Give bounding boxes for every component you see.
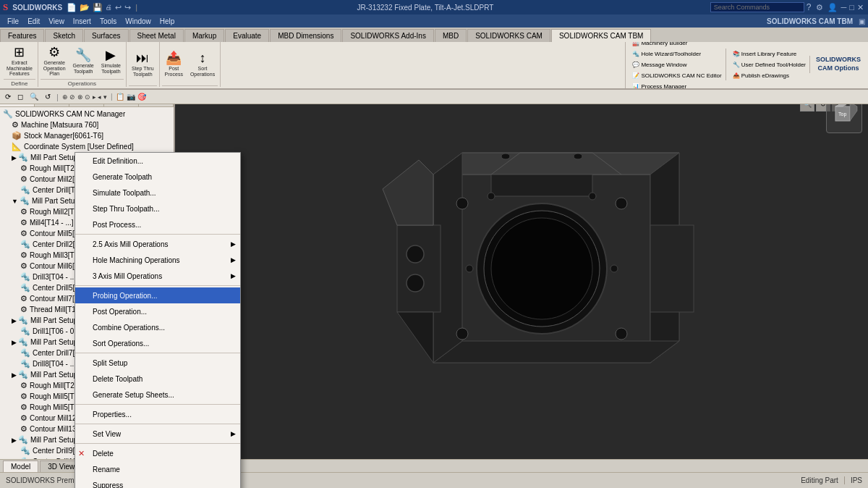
cm-hole-arrow: ▶ <box>231 256 236 264</box>
btn-message-window[interactable]: 💬 Message Window <box>629 59 725 70</box>
restore-btn[interactable]: □ <box>849 3 854 12</box>
sep1: | <box>135 3 137 12</box>
setup6-icon: 🔩 <box>18 435 28 445</box>
cm-set-view[interactable]: Set View ▶ <box>75 426 240 442</box>
tab-sw-cam[interactable]: SOLIDWORKS CAM <box>467 29 550 42</box>
tab-sw-addins[interactable]: SOLIDWORKS Add-Ins <box>342 29 433 42</box>
qt-btn-5[interactable]: 📋 <box>116 93 124 101</box>
redo-btn[interactable]: ↪ <box>124 3 131 12</box>
tab-evaluate[interactable]: Evaluate <box>225 29 269 42</box>
cm-generate-setup-sheets[interactable]: Generate Setup Sheets... <box>75 387 240 403</box>
menu-insert[interactable]: Insert <box>69 17 95 26</box>
menu-window[interactable]: Window <box>121 17 156 26</box>
menu-tools[interactable]: Tools <box>95 17 121 26</box>
menu-help[interactable]: Help <box>156 17 179 26</box>
tab-mbd[interactable]: MBD <box>435 29 467 42</box>
context-menu: Edit Definition... Generate Toolpath Sim… <box>75 152 241 488</box>
tab-sw-cam-tbm[interactable]: SOLIDWORKS CAM TBM <box>551 29 652 42</box>
tab-sheet-metal[interactable]: Sheet Metal <box>129 29 184 42</box>
tree-item-machine[interactable]: ⚙ Machine [Matsuura 760] <box>0 119 174 130</box>
tab-features[interactable]: Features <box>0 29 44 42</box>
tab-mbd-dimensions[interactable]: MBD Dimensions <box>270 29 341 42</box>
tree-item-coord[interactable]: 📐 Coordinate System [User Defined] <box>0 141 174 152</box>
section-post-btns: 📤 PostProcess ↕ SortOperations <box>162 42 218 85</box>
undo-btn[interactable]: ↩ <box>115 3 122 12</box>
qt-btn-7[interactable]: 🎯 <box>137 93 146 101</box>
setup5-expand: ▶ <box>12 371 17 379</box>
cm-post-process[interactable]: Post Process... <box>75 216 240 232</box>
contour12-icon: ⚙ <box>20 413 27 423</box>
cm-edit-definition[interactable]: Edit Definition... <box>75 153 240 169</box>
tree-item-cam-manager[interactable]: 🔧 SOLIDWORKS CAM NC Manager <box>0 109 174 119</box>
btn-generate-op[interactable]: ⚙ GenerateOperationPlan <box>41 45 69 77</box>
app-name: SOLIDWORKS <box>12 4 62 12</box>
btn-hole-wizard[interactable]: 🔩 Hole Wizard/Toolholder <box>629 49 725 59</box>
btn-process-manager[interactable]: 📊 Process Manager <box>629 81 725 90</box>
btn-tool-holder[interactable]: 🔧 User Defined Tool/Holder <box>729 59 809 70</box>
menu-edit[interactable]: Edit <box>23 17 44 26</box>
cm-combine-operations[interactable]: Combine Operations... <box>75 319 240 335</box>
ribbon-content: ⊞ ExtractMachinableFeatures Define ⚙ Gen… <box>0 41 868 90</box>
qt-btn-4[interactable]: ↺ <box>43 92 53 101</box>
section-extract: ⊞ ExtractMachinableFeatures Define <box>1 42 38 87</box>
btn-step-thru[interactable]: ⏭ Step ThruToolpath <box>129 48 157 80</box>
btn-publish-edrawings[interactable]: 📤 Publish eDrawings <box>729 70 809 80</box>
cm-simulate-toolpath[interactable]: Simulate Toolpath... <box>75 185 240 201</box>
menu-file[interactable]: File <box>3 17 23 26</box>
close-btn[interactable]: ✕ <box>857 3 864 12</box>
new-btn[interactable]: 📄 <box>67 3 77 12</box>
cm-sort-operations[interactable]: Sort Operations... <box>75 335 240 351</box>
menu-view[interactable]: View <box>44 17 69 26</box>
svg-point-9 <box>616 198 627 209</box>
cm-3-axis[interactable]: 3 Axis Mill Operations ▶ <box>75 268 240 284</box>
tab-markup[interactable]: Markup <box>184 29 224 42</box>
cm-rename[interactable]: Rename <box>75 461 240 477</box>
svg-rect-6 <box>650 225 694 312</box>
stock-label: Stock Manager[6061-T6] <box>24 132 103 140</box>
section-step: ⏭ Step ThruToolpath <box>127 42 160 87</box>
print-btn[interactable]: 🖨 <box>106 4 112 11</box>
cm-2-5-axis[interactable]: 2.5 Axis Mill Operations ▶ <box>75 236 240 252</box>
cm-suppress[interactable]: Suppress <box>75 477 240 488</box>
tab-surfaces[interactable]: Surfaces <box>84 29 128 42</box>
qt-btn-1[interactable]: ⟳ <box>3 92 13 101</box>
cm-sep3 <box>75 353 240 353</box>
qt-btn-2[interactable]: ◻ <box>15 92 25 101</box>
search-input[interactable] <box>710 2 804 12</box>
setup1-expand: ▶ <box>12 154 17 161</box>
cm-generate-toolpath[interactable]: Generate Toolpath <box>75 169 240 185</box>
cm-split-setup[interactable]: Split Setup <box>75 355 240 371</box>
cm-step-thru-toolpath[interactable]: Step Thru Toolpath... <box>75 201 240 216</box>
btn-post[interactable]: 📤 PostProcess <box>162 48 186 80</box>
viewport-3d[interactable]: 🔍 ↻ ✥ Top X Y Z <box>175 91 868 460</box>
qt-btn-3[interactable]: 🔍 <box>27 92 41 101</box>
cm-delete[interactable]: ✕ Delete <box>75 445 240 461</box>
gen-tp-icon: 🔧 <box>75 47 91 63</box>
btn-simulate[interactable]: ▶ SimulateToolpath <box>98 45 124 77</box>
cm-post-operation[interactable]: Post Operation... <box>75 303 240 319</box>
cm-properties[interactable]: Properties... <box>75 406 240 422</box>
btn-extract[interactable]: ⊞ ExtractMachinableFeatures <box>4 45 35 77</box>
cam-manager-icon: 🔧 <box>3 109 13 119</box>
cm-hole-machining[interactable]: Hole Machining Operations ▶ <box>75 252 240 268</box>
save-btn[interactable]: 💾 <box>93 3 103 12</box>
tab-sketch[interactable]: Sketch <box>45 29 83 42</box>
btn-insert-library[interactable]: 📚 Insert Library Feature <box>729 49 809 59</box>
help-icon[interactable]: ? <box>807 2 812 12</box>
qt-btn-6[interactable]: 📷 <box>127 93 135 101</box>
contour7-icon: ⚙ <box>20 294 27 303</box>
svg-point-17 <box>407 245 424 263</box>
open-btn[interactable]: 📂 <box>80 3 90 12</box>
btn-nc-editor[interactable]: 📝 SOLIDWORKS CAM NC Editor <box>629 70 725 80</box>
bottom-tab-model[interactable]: Model <box>3 460 38 472</box>
settings-icon[interactable]: ⚙ <box>816 3 823 12</box>
status-editing: Editing Part <box>801 476 838 484</box>
cm-probing-operation[interactable]: Probing Operation... <box>75 287 240 303</box>
btn-sort[interactable]: ↕ SortOperations <box>187 48 218 80</box>
minimize-btn[interactable]: ─ <box>841 3 847 12</box>
user-icon[interactable]: 👤 <box>827 3 838 12</box>
cm-sep1 <box>75 234 240 235</box>
tree-item-stock[interactable]: 📦 Stock Manager[6061-T6] <box>0 130 174 141</box>
cm-delete-toolpath[interactable]: Delete Toolpath <box>75 371 240 387</box>
btn-generate-toolpath[interactable]: 🔧 GenerateToolpath <box>70 45 97 77</box>
